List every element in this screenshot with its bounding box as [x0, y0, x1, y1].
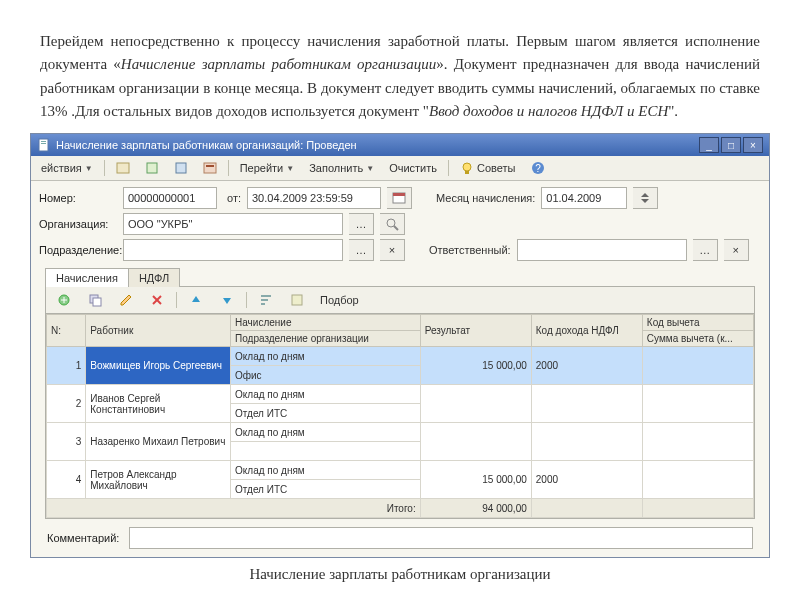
month-spinner[interactable] — [633, 187, 658, 209]
grid-select-button[interactable]: Подбор — [314, 291, 365, 309]
maximize-button[interactable]: □ — [721, 137, 741, 153]
cell-num: 2 — [47, 385, 86, 423]
col-ndfl[interactable]: Код дохода НДФЛ — [531, 315, 642, 347]
svg-point-16 — [387, 219, 395, 227]
toolbar-icon-3[interactable] — [168, 158, 194, 178]
col-worker[interactable]: Работник — [86, 315, 231, 347]
actions-menu[interactable]: ействия▼ — [35, 159, 99, 177]
grid-settings-button[interactable] — [283, 289, 311, 311]
cell-calc[interactable]: Оклад по дням — [231, 461, 421, 480]
dept-clear-button[interactable]: × — [380, 239, 405, 261]
svg-rect-5 — [176, 163, 186, 173]
table-row[interactable]: 4Петров Александр МихайловичОклад по дня… — [47, 461, 754, 480]
cell-result[interactable]: 15 000,00 — [420, 347, 531, 385]
cell-dept[interactable] — [231, 442, 421, 461]
org-select-button[interactable]: … — [349, 213, 374, 235]
col-calc[interactable]: Начисление — [231, 315, 421, 331]
doc-text-italic: Ввод доходов и налогов НДФЛ и ЕСН — [429, 103, 668, 119]
cell-ndfl[interactable]: 2000 — [531, 347, 642, 385]
org-open-button[interactable] — [380, 213, 405, 235]
grid-sort-button[interactable] — [252, 289, 280, 311]
toolbar-icon-2[interactable] — [139, 158, 165, 178]
minimize-button[interactable]: _ — [699, 137, 719, 153]
toolbar-icon-4[interactable] — [197, 158, 223, 178]
cell-num: 1 — [47, 347, 86, 385]
cell-dedcode[interactable] — [642, 385, 753, 423]
col-dedcode[interactable]: Код вычета — [642, 315, 753, 331]
table-row[interactable]: 3Назаренко Михаил ПетровичОклад по дням — [47, 423, 754, 442]
cell-dedcode[interactable] — [642, 347, 753, 385]
dept-label: Подразделение: — [39, 244, 117, 256]
grid-moveup-button[interactable] — [182, 289, 210, 311]
tab-ndfl[interactable]: НДФЛ — [128, 268, 180, 287]
cell-calc[interactable]: Оклад по дням — [231, 423, 421, 442]
grid-delete-button[interactable] — [143, 289, 171, 311]
cell-worker[interactable]: Вожмищев Игорь Сергеевич — [86, 347, 231, 385]
go-menu[interactable]: Перейти▼ — [234, 159, 301, 177]
cell-worker[interactable]: Петров Александр Михайлович — [86, 461, 231, 499]
svg-rect-0 — [39, 139, 48, 151]
cell-ndfl[interactable] — [531, 385, 642, 423]
table-row[interactable]: 2Иванов Сергей КонстантиновичОклад по дн… — [47, 385, 754, 404]
dept-input[interactable] — [123, 239, 343, 261]
clear-button[interactable]: Очистить — [383, 159, 443, 177]
svg-rect-22 — [93, 298, 101, 306]
cell-dept[interactable]: Отдел ИТС — [231, 480, 421, 499]
col-result[interactable]: Результат — [420, 315, 531, 347]
toolbar-icon-1[interactable] — [110, 158, 136, 178]
figure-caption: Начисление зарплаты работникам организац… — [0, 566, 800, 583]
cell-calc[interactable]: Оклад по дням — [231, 347, 421, 366]
tab-accruals[interactable]: Начисления — [45, 268, 129, 287]
svg-rect-30 — [261, 303, 265, 305]
cell-result[interactable]: 15 000,00 — [420, 461, 531, 499]
col-dept[interactable]: Подразделение организации — [231, 331, 421, 347]
toolbar: ействия▼ Перейти▼ Заполнить▼ Очистить Со… — [31, 156, 769, 181]
form-area: Номер: 00000000001 от: 30.04.2009 23:59:… — [31, 181, 769, 557]
resp-label: Ответственный: — [429, 244, 511, 256]
cell-dedcode[interactable] — [642, 423, 753, 461]
cell-ndfl[interactable] — [531, 423, 642, 461]
fill-menu[interactable]: Заполнить▼ — [303, 159, 380, 177]
total-label: Итого: — [47, 499, 421, 518]
tabs: Начисления НДФЛ — [45, 267, 761, 286]
help-button[interactable]: ? — [525, 158, 551, 178]
org-input[interactable]: ООО "УКРБ" — [123, 213, 343, 235]
grid-toolbar: Подбор — [45, 286, 755, 313]
table-row[interactable]: 1Вожмищев Игорь СергеевичОклад по дням15… — [47, 347, 754, 366]
month-input[interactable]: 01.04.2009 — [541, 187, 627, 209]
cell-result[interactable] — [420, 385, 531, 423]
doc-text: ". — [668, 103, 678, 119]
grid-add-button[interactable] — [50, 289, 78, 311]
copy-icon — [88, 293, 102, 307]
col-num[interactable]: N: — [47, 315, 86, 347]
date-picker-button[interactable] — [387, 187, 412, 209]
dept-select-button[interactable]: … — [349, 239, 374, 261]
up-icon — [189, 293, 203, 307]
cell-dept[interactable]: Офис — [231, 366, 421, 385]
grid-copy-button[interactable] — [81, 289, 109, 311]
svg-marker-23 — [121, 295, 131, 305]
resp-input[interactable] — [517, 239, 687, 261]
resp-clear-button[interactable]: × — [724, 239, 749, 261]
resp-select-button[interactable]: … — [693, 239, 718, 261]
sort-icon — [259, 293, 273, 307]
svg-text:?: ? — [535, 163, 541, 174]
number-input[interactable]: 00000000001 — [123, 187, 217, 209]
col-dedsum[interactable]: Сумма вычета (к... — [642, 331, 753, 347]
grid-movedown-button[interactable] — [213, 289, 241, 311]
close-button[interactable]: × — [743, 137, 763, 153]
grid-edit-button[interactable] — [112, 289, 140, 311]
cell-result[interactable] — [420, 423, 531, 461]
cell-ndfl[interactable]: 2000 — [531, 461, 642, 499]
date-input[interactable]: 30.04.2009 23:59:59 — [247, 187, 381, 209]
cell-dedcode[interactable] — [642, 461, 753, 499]
cell-worker[interactable]: Назаренко Михаил Петрович — [86, 423, 231, 461]
cell-calc[interactable]: Оклад по дням — [231, 385, 421, 404]
cell-dept[interactable]: Отдел ИТС — [231, 404, 421, 423]
comment-label: Комментарий: — [47, 532, 125, 544]
document-paragraph: Перейдем непосредственно к процессу начи… — [0, 0, 800, 133]
svg-rect-6 — [204, 163, 216, 173]
comment-input[interactable] — [129, 527, 753, 549]
tips-button[interactable]: Советы — [454, 158, 521, 178]
cell-worker[interactable]: Иванов Сергей Константинович — [86, 385, 231, 423]
